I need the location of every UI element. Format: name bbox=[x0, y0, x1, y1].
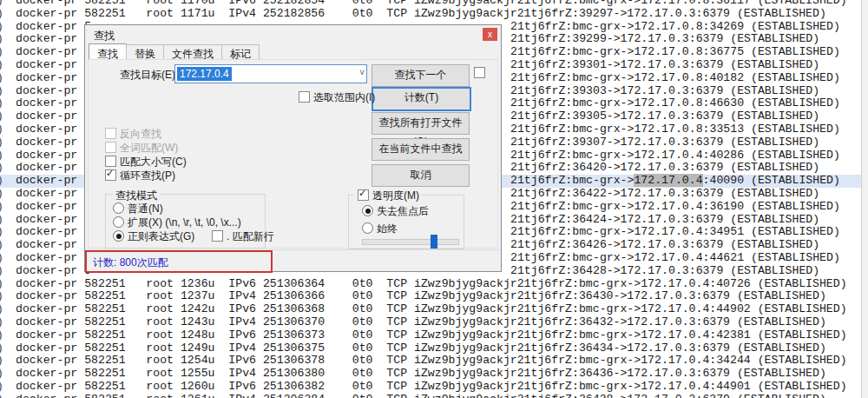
find-target-label: 查找目标(E) : bbox=[120, 68, 181, 83]
radio-icon bbox=[362, 222, 373, 234]
cancel-button[interactable]: 取消 bbox=[372, 164, 470, 187]
terminal-row: )docker-pr 582251 root 1243u IPv4 251306… bbox=[0, 316, 862, 329]
row-left-text: docker-pr 582251 root 1170u IPv6 2521828… bbox=[16, 0, 847, 7]
clipped-glyph: ) bbox=[0, 59, 4, 72]
clipped-glyph: ) bbox=[0, 46, 4, 59]
checkbox-checked-icon bbox=[105, 169, 116, 181]
row-left-text: docker-pr 5 bbox=[16, 149, 91, 162]
transparency-group: 透明度(M) 失去焦点后 始终 bbox=[348, 195, 464, 249]
annotation-box bbox=[85, 250, 273, 273]
row-left-text: docker-pr 582251 root 1236u IPv6 2513063… bbox=[16, 277, 847, 290]
radio-icon bbox=[113, 216, 124, 228]
terminal-row: )docker-pr 582251 root 1171u IPv4 252182… bbox=[0, 8, 862, 21]
row-left-text: docker-pr 5 bbox=[16, 20, 91, 33]
row-right-text: 21tj6frZ:bmc-grx->172.17.0.8:33513 (ESTA… bbox=[510, 123, 840, 136]
row-left-text: docker-pr 582251 root 1260u IPv6 2513063… bbox=[16, 380, 847, 393]
row-left-text: docker-pr 582251 root 1243u IPv4 2513063… bbox=[16, 315, 826, 328]
row-left-text: docker-pr 5 bbox=[16, 238, 91, 251]
row-left-text: docker-pr 5 bbox=[16, 264, 91, 277]
terminal-row: )docker-pr 582251 root 1255u IPv4 251306… bbox=[0, 368, 862, 381]
clipped-glyph: ) bbox=[0, 214, 4, 227]
find-all-current-button[interactable]: 在当前文件中查找 bbox=[372, 138, 470, 161]
radio-selected-icon bbox=[362, 205, 373, 216]
row-right-text: 21tj6frZ:bmc-grx->172.17.0.4:44621 (ESTA… bbox=[510, 252, 840, 265]
row-right-text: 21tj6frZ:36420->172.17.0.3:6379 (ESTABLI… bbox=[510, 162, 819, 175]
clipped-glyph: ) bbox=[0, 175, 4, 188]
row-left-text: docker-pr 5 bbox=[16, 174, 91, 187]
row-right-text: 21tj6frZ:36424->172.17.0.3:6379 (ESTABLI… bbox=[510, 214, 819, 227]
find-target-combobox[interactable]: 172.17.0.4 ˅ bbox=[174, 64, 367, 83]
clipped-glyph: ) bbox=[0, 188, 4, 201]
row-right-text: 21tj6frZ:39303->172.17.0.3:6379 (ESTABLI… bbox=[510, 85, 819, 98]
checkbox-checked-icon bbox=[358, 189, 369, 201]
match-highlight: 172.17.0.4 bbox=[634, 174, 702, 187]
close-icon[interactable]: x bbox=[483, 28, 497, 41]
row-right-text: 21tj6frZ:bmc-grx->172.17.0.4:40090 (ESTA… bbox=[510, 175, 840, 188]
terminal-row: )docker-pr 582251 root 1261u IPv4 251306… bbox=[0, 394, 862, 398]
side-checkbox[interactable] bbox=[474, 67, 489, 79]
clipped-glyph: ) bbox=[0, 316, 4, 329]
row-left-text: docker-pr 5 bbox=[16, 71, 91, 84]
row-right-text: 21tj6frZ:39301->172.17.0.3:6379 (ESTABLI… bbox=[510, 59, 819, 72]
slider-thumb[interactable] bbox=[431, 235, 437, 249]
terminal-row: )docker-pr 582251 root 1242u IPv6 251306… bbox=[0, 303, 862, 316]
find-next-button[interactable]: 查找下一个 bbox=[372, 64, 470, 87]
mode-extended-radio[interactable]: 扩展(X) (\n, \r, \t, \0, \x...) bbox=[113, 216, 241, 230]
scrollbar[interactable] bbox=[861, 0, 868, 398]
chevron-down-icon[interactable]: ˅ bbox=[359, 68, 365, 77]
row-left-text: docker-pr 5 bbox=[16, 84, 91, 97]
clipped-glyph: ) bbox=[0, 265, 4, 278]
clipped-glyph: ) bbox=[0, 368, 4, 381]
on-focus-loss-radio[interactable]: 失去焦点后 bbox=[362, 204, 429, 219]
clipped-glyph: ) bbox=[0, 136, 4, 149]
checkbox-icon bbox=[474, 67, 485, 78]
row-right-text: 21tj6frZ:bmc-grx->172.17.0.4:34951 (ESTA… bbox=[510, 226, 840, 239]
row-right-text: 21tj6frZ:39305->172.17.0.3:6379 (ESTABLI… bbox=[510, 110, 819, 123]
row-right-text: 21tj6frZ:bmc-grx->172.17.0.8:40182 (ESTA… bbox=[510, 72, 840, 85]
row-right-text: 21tj6frZ:bmc-grx->172.17.0.8:36775 (ESTA… bbox=[510, 46, 840, 59]
row-left-text: docker-pr 5 bbox=[16, 225, 91, 238]
mode-normal-radio[interactable]: 普通(N) bbox=[113, 202, 163, 216]
clipped-glyph: ) bbox=[0, 342, 4, 355]
radio-selected-icon bbox=[113, 230, 124, 242]
in-selection-checkbox[interactable]: 选取范围内(I) bbox=[299, 90, 375, 105]
clipped-glyph: ) bbox=[0, 149, 4, 163]
clipped-glyph: ) bbox=[0, 303, 4, 316]
screen: )docker-pr 582251 root 1170u IPv6 252182… bbox=[0, 0, 868, 398]
row-left-text: docker-pr 5 bbox=[16, 45, 91, 58]
always-radio[interactable]: 始终 bbox=[362, 222, 398, 236]
dialog-title[interactable]: 查找 bbox=[94, 29, 115, 43]
clipped-glyph: ) bbox=[0, 72, 4, 85]
row-left-text: docker-pr 5 bbox=[16, 161, 91, 174]
radio-icon bbox=[113, 202, 124, 214]
matches-newline-checkbox[interactable]: . 匹配新行 bbox=[212, 229, 274, 244]
clipped-glyph: ) bbox=[0, 278, 4, 291]
row-left-text: docker-pr 5 bbox=[16, 251, 91, 264]
transparency-slider[interactable] bbox=[362, 239, 459, 245]
row-left-text: docker-pr 5 bbox=[16, 32, 91, 45]
transparency-checkbox[interactable]: 透明度(M) bbox=[355, 189, 422, 203]
clipped-glyph: ) bbox=[0, 329, 4, 342]
match-case-checkbox[interactable]: 匹配大小写(C) bbox=[105, 155, 187, 169]
row-right-text: 21tj6frZ:36426->172.17.0.3:6379 (ESTABLI… bbox=[510, 239, 819, 252]
checkbox-icon bbox=[105, 156, 116, 167]
find-target-value: 172.17.0.4 bbox=[177, 67, 232, 81]
row-left-text: docker-pr 5 bbox=[16, 109, 91, 123]
mode-regex-radio[interactable]: 正则表达式(G) bbox=[113, 229, 194, 244]
find-all-opened-button[interactable]: 查找所有打开文件(O) bbox=[372, 112, 470, 135]
row-left-text: docker-pr 5 bbox=[16, 123, 91, 136]
row-right-text: 21tj6frZ:36422->172.17.0.3:6379 (ESTABLI… bbox=[510, 188, 819, 201]
row-left-text: docker-pr 5 bbox=[16, 58, 91, 71]
clipped-glyph: ) bbox=[0, 123, 4, 136]
clipped-glyph: ) bbox=[0, 226, 4, 239]
row-left-text: docker-pr 5 bbox=[16, 187, 91, 200]
clipped-glyph: ) bbox=[0, 85, 4, 98]
clipped-glyph: ) bbox=[0, 162, 4, 175]
row-right-text: 21tj6frZ:bmc-grx->172.17.0.4:40286 (ESTA… bbox=[510, 149, 840, 163]
clipped-glyph: ) bbox=[0, 355, 4, 368]
checkbox-icon bbox=[299, 91, 310, 103]
row-right-text: 21tj6frZ:39299->172.17.0.3:6379 (ESTABLI… bbox=[510, 33, 819, 46]
count-button[interactable]: 计数(T) bbox=[372, 87, 471, 111]
wrap-around-checkbox[interactable]: 循环查找(P) bbox=[105, 169, 175, 183]
clipped-glyph: ) bbox=[0, 290, 4, 303]
